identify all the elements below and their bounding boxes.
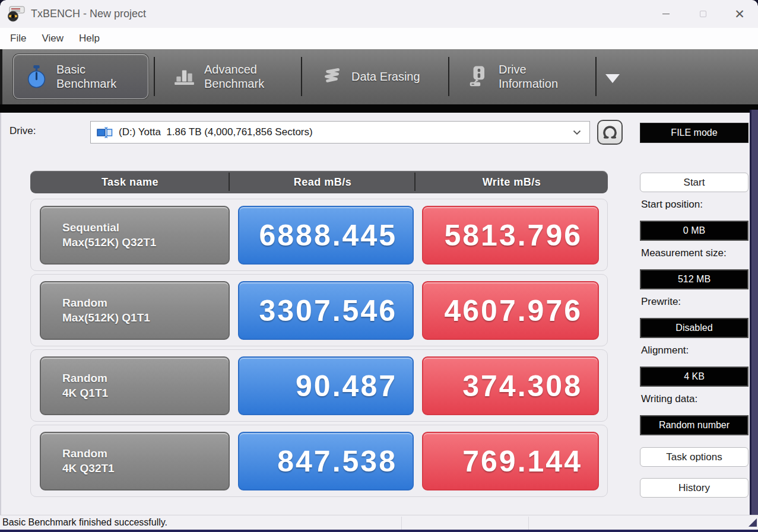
read-value-button[interactable]: 847.538 bbox=[238, 432, 414, 490]
read-value-button[interactable]: 90.487 bbox=[238, 356, 414, 415]
close-button[interactable]: ✕ bbox=[721, 0, 758, 28]
start-button[interactable]: Start bbox=[640, 173, 749, 192]
tab-label: Basic Benchmark bbox=[56, 62, 116, 91]
maximize-button[interactable] bbox=[684, 0, 721, 28]
task-name-button[interactable]: Sequential Max(512K) Q32T1 bbox=[40, 206, 230, 265]
minimize-icon bbox=[662, 14, 670, 14]
drive-label: Drive: bbox=[9, 125, 36, 137]
write-value-button[interactable]: 4607.976 bbox=[422, 281, 599, 340]
table-header: Task name Read mB/s Write mB/s bbox=[30, 171, 608, 193]
column-header-write: Write mB/s bbox=[416, 176, 608, 189]
column-header-read: Read mB/s bbox=[230, 176, 416, 189]
sidebar-field-value[interactable]: 512 MB bbox=[640, 269, 749, 289]
menu-item[interactable]: File bbox=[2, 28, 34, 49]
close-icon: ✕ bbox=[734, 8, 745, 20]
drive-info-icon bbox=[467, 65, 490, 88]
bar-chart-icon bbox=[173, 65, 195, 88]
table-row: Random 4K Q1T1 90.487 374.308 bbox=[30, 349, 608, 422]
tab-separator bbox=[301, 57, 302, 96]
window-edge bbox=[750, 110, 758, 515]
refresh-drives-button[interactable] bbox=[597, 120, 623, 145]
sidebar-field-label: Measurement size: bbox=[641, 247, 749, 260]
sidebar-field-label: Prewrite: bbox=[641, 296, 749, 309]
benchmark-table: Task name Read mB/s Write mB/s Sequentia… bbox=[30, 171, 608, 500]
menu-bar: File View Help bbox=[0, 28, 758, 49]
minimize-button[interactable] bbox=[648, 0, 684, 28]
drive-icon bbox=[97, 126, 113, 139]
stopwatch-icon bbox=[26, 65, 47, 88]
tab-item[interactable]: Basic Benchmark bbox=[13, 54, 148, 99]
tab-label: Drive Information bbox=[499, 62, 558, 91]
chevron-down-icon bbox=[573, 130, 581, 135]
status-separator bbox=[528, 517, 529, 530]
sidebar-field-value[interactable]: Disabled bbox=[640, 318, 749, 338]
refresh-icon bbox=[602, 125, 618, 141]
tab-bar: Basic Benchmark A bbox=[0, 49, 758, 104]
tab-item[interactable]: Drive Information bbox=[455, 54, 590, 99]
sidebar-field-value[interactable]: 0 MB bbox=[640, 221, 749, 241]
sidebar-field-label: Start position: bbox=[641, 199, 749, 212]
read-value-button[interactable]: 6888.445 bbox=[238, 206, 414, 265]
table-row: Random Max(512K) Q1T1 3307.546 4607.976 bbox=[30, 274, 608, 346]
status-bar: Basic Benchmark finished successfully. bbox=[0, 515, 758, 532]
resize-grip[interactable] bbox=[749, 518, 757, 527]
sidebar: FILE mode Start Start position: 0 MB Mea… bbox=[640, 123, 749, 498]
menu-item[interactable]: View bbox=[34, 28, 71, 49]
file-mode-button[interactable]: FILE mode bbox=[640, 123, 749, 143]
table-row: Sequential Max(512K) Q32T1 6888.445 5813… bbox=[30, 199, 608, 271]
task-name-button[interactable]: Random Max(512K) Q1T1 bbox=[40, 281, 230, 340]
tab-label: Advanced Benchmark bbox=[204, 62, 264, 91]
tab-separator bbox=[595, 57, 597, 96]
status-message: Basic Benchmark finished successfully. bbox=[2, 517, 167, 528]
app-window: TxBENCH - New project ✕ File View Help bbox=[0, 0, 758, 532]
tab-separator bbox=[448, 57, 449, 96]
tab-overflow-arrow-icon[interactable] bbox=[605, 74, 620, 83]
tab-item[interactable]: Advanced Benchmark bbox=[160, 54, 296, 99]
sidebar-field-label: Alignment: bbox=[641, 345, 749, 358]
title-bar[interactable]: TxBENCH - New project ✕ bbox=[0, 0, 758, 28]
menu-item[interactable]: Help bbox=[71, 28, 107, 49]
task-name-button[interactable]: Random 4K Q32T1 bbox=[40, 432, 230, 490]
write-value-button[interactable]: 374.308 bbox=[422, 356, 599, 415]
erase-icon bbox=[320, 65, 342, 88]
task-options-button[interactable]: Task options bbox=[640, 447, 749, 467]
drive-select[interactable]: (D:) Yotta 1.86 TB (4,000,761,856 Sector… bbox=[90, 121, 590, 144]
app-logo-icon bbox=[7, 6, 25, 23]
window-title: TxBENCH - New project bbox=[31, 8, 146, 20]
task-name-button[interactable]: Random 4K Q1T1 bbox=[40, 356, 230, 415]
drive-selected-value: (D:) Yotta 1.86 TB (4,000,761,856 Sector… bbox=[119, 126, 573, 138]
table-row: Random 4K Q32T1 847.538 769.144 bbox=[30, 425, 608, 497]
sidebar-field-value[interactable]: 4 KB bbox=[640, 367, 749, 387]
main-content: Drive: (D:) Yotta 1.86 TB (4,000,761,856… bbox=[0, 113, 758, 515]
column-header-task: Task name bbox=[30, 176, 230, 189]
tab-item[interactable]: Data Erasing bbox=[307, 54, 443, 99]
history-button[interactable]: History bbox=[640, 478, 749, 498]
sidebar-field-label: Writing data: bbox=[641, 393, 749, 406]
status-separator bbox=[401, 517, 402, 530]
tab-label: Data Erasing bbox=[351, 69, 420, 84]
tab-strip bbox=[0, 104, 758, 113]
read-value-button[interactable]: 3307.546 bbox=[238, 281, 414, 340]
write-value-button[interactable]: 769.144 bbox=[422, 432, 599, 490]
write-value-button[interactable]: 5813.796 bbox=[422, 206, 599, 265]
sidebar-field-value[interactable]: Random number bbox=[640, 415, 749, 435]
tab-separator bbox=[154, 57, 155, 96]
maximize-icon bbox=[700, 11, 706, 17]
